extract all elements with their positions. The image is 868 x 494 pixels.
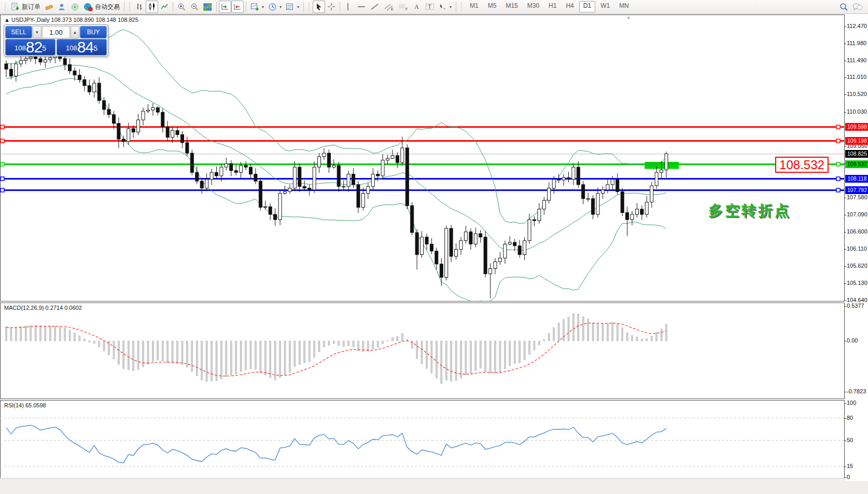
macd-tick: 0.00: [847, 337, 868, 344]
cursor-icon: [315, 3, 323, 11]
profile-button[interactable]: [55, 1, 68, 13]
turning-point-annotation[interactable]: 多空转折点: [708, 201, 791, 221]
horizontal-line-icon: [357, 3, 366, 11]
buy-price-base: 108: [66, 42, 77, 54]
auto-trading-label: 自动交易: [95, 3, 120, 11]
fibonacci-icon: F: [398, 3, 409, 11]
highlight-zone[interactable]: [645, 162, 679, 169]
level-line-108.532[interactable]: [0, 162, 844, 166]
auto-trading-button[interactable]: 自动交易: [81, 1, 122, 13]
price-tick: 105.620: [847, 263, 868, 269]
templates-button[interactable]: ▾: [284, 1, 301, 13]
timeframe-button-h1[interactable]: H1: [544, 1, 561, 12]
level-price-label: 108.118: [845, 175, 868, 183]
auto-scroll-icon: [221, 3, 229, 11]
templates-caret: ▾: [297, 5, 299, 9]
vline-tool-button[interactable]: [342, 1, 355, 13]
macd-tick: 0.5377: [847, 303, 868, 309]
price-tick: 106.110: [847, 245, 868, 252]
trendline-icon: [370, 3, 380, 11]
zoom-out-icon: [190, 3, 199, 11]
rsi-tick: 80: [847, 415, 868, 421]
auto-scroll-button[interactable]: [219, 1, 231, 13]
sell-price-display[interactable]: 108825: [5, 39, 55, 56]
line-chart-type-button[interactable]: [158, 1, 171, 13]
price-tick: 110.030: [847, 108, 868, 115]
one-click-trading-panel: SELL ▼ 1.00 ▲ BUY 108825 108845: [4, 24, 108, 57]
crosshair-tool-button[interactable]: [325, 1, 338, 13]
candlestick-chart-icon: [148, 3, 156, 11]
level-line-109.598[interactable]: [0, 125, 844, 129]
rsi-pane-separator[interactable]: [0, 399, 845, 401]
timeframe-button-d1[interactable]: D1: [579, 1, 595, 12]
timeframe-button-m15[interactable]: M15: [501, 1, 522, 12]
periods-button[interactable]: ▾: [266, 1, 284, 13]
current-price-label: 108.825: [845, 150, 868, 158]
bar-chart-icon: [135, 3, 144, 11]
price-tick: 111.490: [847, 57, 868, 63]
bar-chart-type-button[interactable]: [133, 1, 146, 13]
timeframe-button-mn[interactable]: MN: [615, 1, 633, 12]
new-chart-button[interactable]: ▾: [248, 1, 266, 13]
price-tick: 111.010: [847, 74, 868, 80]
level-line-107.792[interactable]: [0, 188, 844, 192]
timeframe-button-w1[interactable]: W1: [596, 1, 614, 12]
arrows-icon: [439, 3, 447, 11]
new-order-icon: [11, 3, 20, 11]
level-price-label: 108.532: [845, 160, 868, 168]
rsi-line: [6, 426, 666, 463]
sell-price-pips: 82: [26, 40, 42, 54]
text-tool-button[interactable]: A: [411, 1, 423, 13]
timeframe-button-m5[interactable]: M5: [484, 1, 501, 12]
new-chart-caret: ▾: [262, 5, 264, 9]
volume-input[interactable]: 1.00: [42, 26, 70, 38]
price-tick: 112.470: [847, 23, 868, 29]
zoom-in-button[interactable]: [175, 1, 188, 13]
volume-up-button[interactable]: ▲: [71, 26, 79, 38]
candlestick-chart-type-button[interactable]: [146, 1, 158, 13]
buy-price-display[interactable]: 108845: [57, 39, 107, 56]
chart-canvas[interactable]: [0, 15, 844, 481]
zoom-out-button[interactable]: [188, 1, 201, 13]
macd-signal-line: [6, 323, 666, 376]
arrows-caret: ▾: [450, 5, 452, 9]
cursor-tool-button[interactable]: [313, 1, 325, 13]
timeframe-button-m1[interactable]: M1: [466, 1, 483, 12]
fibonacci-tool-button[interactable]: F: [396, 1, 411, 13]
level-price-label: 107.792: [845, 186, 868, 194]
arrows-tool-button[interactable]: ▾: [437, 1, 454, 13]
rsi-tick: 100: [847, 400, 868, 406]
level-line-108.118[interactable]: [0, 177, 844, 181]
new-order-button[interactable]: 新订单: [9, 1, 43, 13]
signal-button[interactable]: [68, 1, 81, 13]
buy-price-fraction: 5: [93, 39, 97, 57]
text-label-icon: T: [425, 3, 435, 11]
bottom-strip: [0, 478, 868, 490]
channel-tool-button[interactable]: E: [382, 1, 396, 13]
chat-icon[interactable]: [852, 3, 863, 11]
timeframe-group: M1M5M15M30H1H4D1W1MN: [465, 1, 634, 12]
volume-down-button[interactable]: ▼: [33, 26, 41, 38]
buy-button[interactable]: BUY: [80, 26, 107, 38]
svg-text:A: A: [414, 3, 419, 10]
price-tick: 105.130: [847, 280, 868, 286]
price-tick: 107.090: [847, 211, 868, 217]
search-icon[interactable]: [839, 3, 848, 11]
rsi-tick: 15: [847, 463, 868, 469]
trendline-tool-button[interactable]: [368, 1, 382, 13]
macd-histogram: [6, 314, 667, 384]
timeframe-button-h4[interactable]: H4: [562, 1, 578, 12]
chart-end-marker[interactable]: ▲: [626, 15, 631, 20]
chart-shift-button[interactable]: [231, 1, 244, 13]
macd-pane-separator[interactable]: [0, 301, 845, 303]
label-tool-button[interactable]: T: [423, 1, 437, 13]
hline-tool-button[interactable]: [355, 1, 368, 13]
sell-price-fraction: 5: [42, 39, 46, 57]
timeframe-button-m30[interactable]: M30: [523, 1, 543, 12]
crayon-tool-button[interactable]: [43, 1, 55, 13]
price-axis[interactable]: 112.470111.980111.490111.010110.520110.0…: [845, 15, 868, 481]
price-tick: 111.980: [847, 40, 868, 46]
price-callout-box[interactable]: 108.532: [775, 157, 829, 173]
tile-windows-button[interactable]: [201, 1, 214, 13]
sell-button[interactable]: SELL: [5, 26, 32, 38]
